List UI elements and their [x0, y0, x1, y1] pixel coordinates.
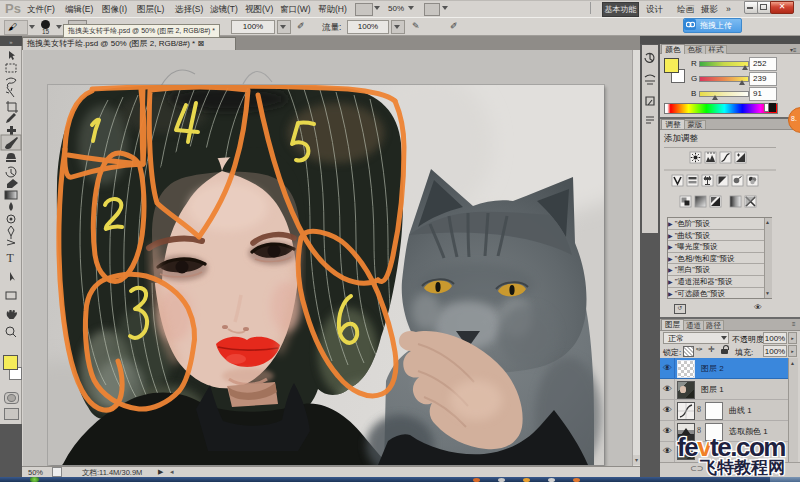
- svg-text:飞特教程网: 飞特教程网: [699, 458, 785, 476]
- svg-text:T: T: [7, 251, 15, 265]
